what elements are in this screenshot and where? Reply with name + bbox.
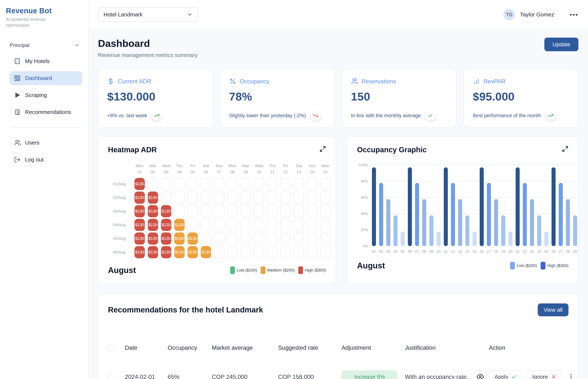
sidebar-item-logout[interactable]: Log out	[10, 153, 82, 167]
heatmap-cell[interactable]	[307, 219, 317, 231]
heatmap-cell[interactable]	[214, 191, 224, 204]
heatmap-cell[interactable]	[188, 219, 198, 231]
heatmap-cell[interactable]	[307, 191, 317, 204]
heatmap-cell[interactable]	[267, 178, 277, 190]
heatmap-cell[interactable]: $130	[135, 178, 145, 190]
ignore-button[interactable]: Ignore	[527, 370, 562, 379]
heatmap-cell[interactable]	[227, 233, 238, 245]
heatmap-cell[interactable]	[307, 205, 317, 217]
heatmap-cell[interactable]	[307, 246, 317, 258]
heatmap-cell[interactable]	[188, 205, 198, 217]
heatmap-cell[interactable]	[307, 233, 317, 245]
heatmap-cell[interactable]: $130	[174, 219, 185, 231]
heatmap-cell[interactable]	[201, 205, 211, 217]
heatmap-cell[interactable]: $130	[174, 233, 185, 245]
heatmap-cell[interactable]: $130	[135, 191, 145, 204]
heatmap-cell[interactable]	[214, 178, 224, 190]
heatmap-cell[interactable]: $130	[148, 233, 158, 245]
eye-icon[interactable]	[477, 373, 484, 379]
heatmap-cell[interactable]	[254, 191, 264, 204]
heatmap-cell[interactable]	[254, 205, 264, 217]
heatmap-cell[interactable]	[280, 219, 291, 231]
heatmap-cell[interactable]	[267, 205, 277, 217]
heatmap-cell[interactable]	[294, 178, 304, 190]
heatmap-cell[interactable]	[201, 178, 211, 190]
heatmap-cell[interactable]	[227, 205, 238, 217]
select-all-checkbox[interactable]	[108, 345, 115, 351]
heatmap-cell[interactable]	[227, 246, 238, 258]
heatmap-cell[interactable]	[280, 246, 291, 258]
heatmap-cell[interactable]: $130	[161, 233, 171, 245]
heatmap-cell[interactable]	[148, 178, 158, 190]
heatmap-cell[interactable]	[254, 246, 264, 258]
expand-icon[interactable]	[562, 146, 569, 152]
update-button[interactable]: Update	[544, 38, 578, 51]
heatmap-cell[interactable]	[320, 233, 331, 245]
sidebar-item-users[interactable]: Users	[10, 136, 82, 150]
heatmap-cell[interactable]	[320, 178, 331, 190]
hotel-selector[interactable]: Hotel Landmark	[98, 7, 198, 22]
heatmap-cell[interactable]	[241, 219, 251, 231]
avatar[interactable]: TG	[503, 9, 515, 20]
heatmap-cell[interactable]	[267, 233, 277, 245]
heatmap-cell[interactable]	[294, 233, 304, 245]
heatmap-cell[interactable]	[241, 246, 251, 258]
heatmap-cell[interactable]: $130	[135, 219, 145, 231]
heatmap-cell[interactable]	[161, 191, 171, 204]
heatmap-cell[interactable]	[227, 219, 238, 231]
sidebar-item-scraping[interactable]: Scraping	[10, 88, 82, 102]
heatmap-cell[interactable]	[294, 191, 304, 204]
heatmap-cell[interactable]	[280, 191, 291, 204]
heatmap-cell[interactable]	[280, 205, 291, 217]
heatmap-cell[interactable]	[227, 178, 238, 190]
heatmap-cell[interactable]	[214, 246, 224, 258]
sidebar-item-my-hotels[interactable]: My Hotels	[10, 54, 82, 68]
view-all-button[interactable]: View all	[538, 303, 569, 316]
heatmap-cell[interactable]: $130	[148, 205, 158, 217]
heatmap-cell[interactable]	[241, 191, 251, 204]
heatmap-cell[interactable]	[320, 191, 331, 204]
heatmap-cell[interactable]	[307, 178, 317, 190]
heatmap-cell[interactable]: $130	[161, 205, 171, 217]
heatmap-cell[interactable]	[161, 178, 171, 190]
heatmap-cell[interactable]: $130	[148, 246, 158, 258]
heatmap-cell[interactable]: $130	[188, 233, 198, 245]
heatmap-cell[interactable]	[214, 233, 224, 245]
heatmap-cell[interactable]	[320, 205, 331, 217]
heatmap-cell[interactable]	[188, 191, 198, 204]
heatmap-cell[interactable]: $130	[135, 246, 145, 258]
heatmap-cell[interactable]	[174, 178, 185, 190]
heatmap-cell[interactable]	[254, 233, 264, 245]
heatmap-cell[interactable]	[188, 178, 198, 190]
heatmap-cell[interactable]: $130	[188, 246, 198, 258]
heatmap-cell[interactable]	[241, 233, 251, 245]
heatmap-cell[interactable]	[214, 205, 224, 217]
heatmap-cell[interactable]	[174, 191, 185, 204]
sidebar-item-dashboard[interactable]: Dashboard	[10, 71, 82, 85]
expand-icon[interactable]	[319, 146, 326, 152]
heatmap-cell[interactable]	[267, 219, 277, 231]
heatmap-cell[interactable]: $130	[161, 246, 171, 258]
heatmap-cell[interactable]	[320, 219, 331, 231]
more-options-icon[interactable]: •••	[570, 11, 578, 18]
heatmap-cell[interactable]: $130	[148, 219, 158, 231]
heatmap-cell[interactable]	[241, 205, 251, 217]
heatmap-cell[interactable]	[174, 205, 185, 217]
heatmap-cell[interactable]	[294, 246, 304, 258]
heatmap-cell[interactable]	[280, 233, 291, 245]
heatmap-cell[interactable]	[294, 205, 304, 217]
heatmap-cell[interactable]: $130	[135, 205, 145, 217]
heatmap-cell[interactable]	[201, 219, 211, 231]
heatmap-cell[interactable]	[294, 219, 304, 231]
heatmap-cell[interactable]	[280, 178, 291, 190]
heatmap-cell[interactable]	[241, 178, 251, 190]
heatmap-cell[interactable]: $130	[135, 233, 145, 245]
row-menu-icon[interactable]	[568, 374, 574, 379]
heatmap-cell[interactable]: $130	[201, 246, 211, 258]
heatmap-cell[interactable]: $130	[174, 246, 185, 258]
heatmap-cell[interactable]	[254, 219, 264, 231]
heatmap-cell[interactable]	[320, 246, 331, 258]
heatmap-cell[interactable]: $130	[148, 191, 158, 204]
sidebar-item-recommendations[interactable]: Recommendations	[10, 105, 82, 119]
heatmap-cell[interactable]	[201, 191, 211, 204]
